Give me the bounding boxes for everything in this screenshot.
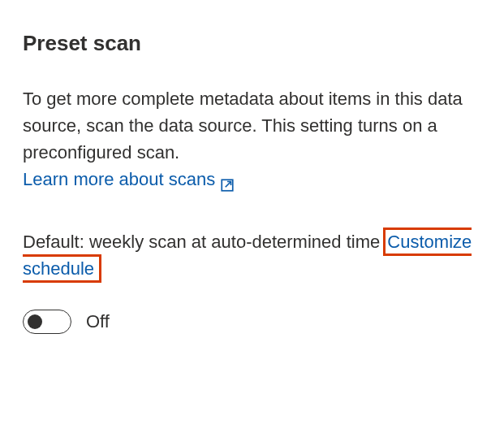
preset-scan-heading: Preset scan [23, 31, 481, 56]
svg-line-1 [226, 181, 231, 187]
default-schedule-text: Default: weekly scan at auto-determined … [23, 228, 481, 282]
preset-scan-description: To get more complete metadata about item… [23, 85, 481, 166]
external-link-icon [220, 173, 235, 188]
default-schedule-prefix: Default: weekly scan at auto-determined … [23, 232, 385, 252]
learn-more-link[interactable]: Learn more about scans [23, 166, 235, 193]
learn-more-label: Learn more about scans [23, 166, 215, 193]
toggle-thumb [28, 314, 42, 329]
preset-scan-toggle-row: Off [23, 310, 481, 334]
preset-scan-toggle[interactable] [23, 310, 71, 334]
toggle-state-label: Off [86, 311, 110, 332]
